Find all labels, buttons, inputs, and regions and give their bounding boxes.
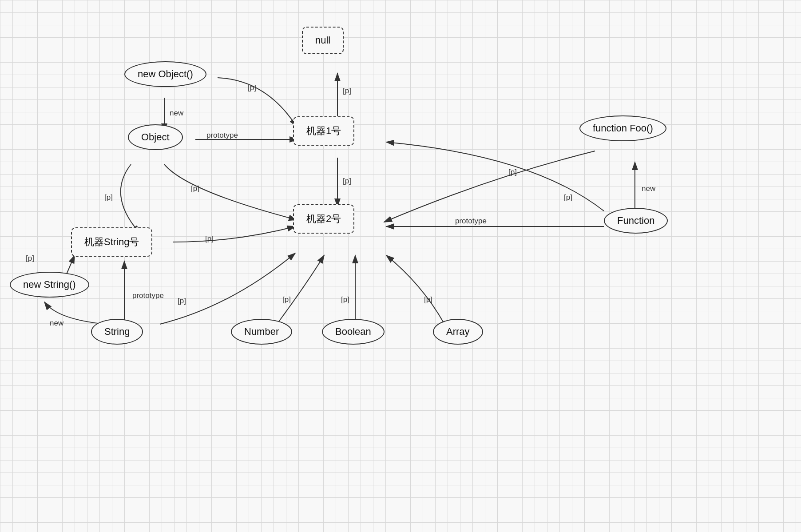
object-node: Object <box>128 124 183 150</box>
boolean-node: Boolean <box>322 319 385 345</box>
label-p-obj-jistring: [p] <box>104 193 113 202</box>
label-new-string: new <box>50 319 63 328</box>
boolean-label: Boolean <box>335 326 371 337</box>
label-p-foofoo: [p] <box>508 168 517 177</box>
label-prototype-func: prototype <box>455 217 487 226</box>
new-object-label: new Object() <box>138 68 193 80</box>
new-object-node: new Object() <box>124 61 206 87</box>
label-p-jistring-ji2: [p] <box>205 234 214 243</box>
function-foo-node: function Foo() <box>579 115 666 141</box>
ji1-label: 机器1号 <box>306 124 341 138</box>
label-new1: new <box>170 109 183 118</box>
number-label: Number <box>244 326 279 337</box>
label-p-newstring: [p] <box>26 254 34 263</box>
ji2-label: 机器2号 <box>306 212 341 226</box>
function-node: Function <box>604 208 668 234</box>
ji-string-label: 机器String号 <box>84 235 139 249</box>
label-p-string-ji2: [p] <box>178 297 186 306</box>
array-label: Array <box>446 326 470 337</box>
ji1-node: 机器1号 <box>293 116 354 146</box>
null-node: null <box>302 27 344 54</box>
function-foo-label: function Foo() <box>593 123 653 134</box>
ji-string-node: 机器String号 <box>71 227 152 257</box>
label-prototype1: prototype <box>206 131 238 140</box>
new-string-node: new String() <box>10 272 89 298</box>
object-label: Object <box>141 131 170 143</box>
string-node: String <box>91 319 143 345</box>
null-label: null <box>315 35 330 46</box>
label-p-newobj-ji1: [p] <box>248 83 256 92</box>
string-label: String <box>104 326 130 337</box>
label-p-null: [p] <box>343 87 351 95</box>
label-p-obj-ji2: [p] <box>191 184 199 193</box>
function-label: Function <box>617 215 654 226</box>
label-p-array: [p] <box>424 295 432 304</box>
number-node: Number <box>231 319 292 345</box>
ji2-node: 机器2号 <box>293 204 354 234</box>
label-new-func: new <box>642 184 655 193</box>
label-p-boolean: [p] <box>341 295 349 304</box>
new-string-label: new String() <box>23 279 76 290</box>
label-p-func-ji1: [p] <box>564 193 572 202</box>
label-p-ji1-ji2: [p] <box>343 177 351 186</box>
label-p-number: [p] <box>282 295 291 304</box>
label-prototype-string: prototype <box>132 291 164 300</box>
array-node: Array <box>433 319 483 345</box>
